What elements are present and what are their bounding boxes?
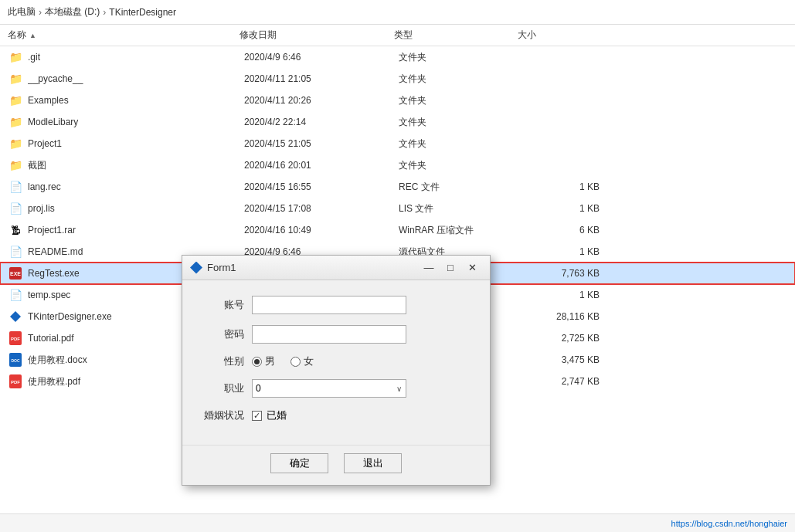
breadcrumb-sep-1: › xyxy=(39,7,42,18)
account-label: 账号 xyxy=(198,298,252,312)
file-type: WinRAR 压缩文件 xyxy=(399,224,522,237)
occupation-select-wrapper: 0 xyxy=(252,379,406,398)
pdf2-file-icon: PDF xyxy=(8,374,23,389)
folder-icon xyxy=(8,114,23,130)
file-type: 文件夹 xyxy=(399,116,522,129)
file-size: 28,116 KB xyxy=(522,311,600,322)
dialog-app-icon xyxy=(190,262,202,274)
status-bar: https://blog.csdn.net/honghaier xyxy=(0,513,795,532)
dialog-body: 账号 密码 性别 男 女 xyxy=(182,280,490,445)
password-label: 密码 xyxy=(198,327,252,341)
dialog-maximize-button[interactable]: □ xyxy=(440,260,460,276)
col-name-header[interactable]: 名称 ▲ xyxy=(8,29,240,42)
pdf-file-icon: PDF xyxy=(8,330,23,346)
breadcrumb-part-1[interactable]: 此电脑 xyxy=(8,5,36,19)
male-label: 男 xyxy=(265,354,275,368)
list-item[interactable]: Project1 2020/4/15 21:05 文件夹 xyxy=(0,133,795,154)
dialog-footer: 确定 退出 xyxy=(182,445,490,485)
breadcrumb-part-3[interactable]: TKinterDesigner xyxy=(109,7,176,18)
rar-file-icon xyxy=(8,222,23,238)
col-type-header[interactable]: 类型 xyxy=(394,29,518,42)
exe-file-icon: EXE xyxy=(8,266,23,281)
status-url: https://blog.csdn.net/honghaier xyxy=(671,519,787,528)
file-type: REC 文件 xyxy=(399,181,522,194)
gender-row: 性别 男 女 xyxy=(198,354,474,368)
breadcrumb-sep-2: › xyxy=(103,7,106,18)
marital-checkbox-group: ✓ 已婚 xyxy=(252,408,287,422)
file-type: 文件夹 xyxy=(399,51,522,64)
svg-text:EXE: EXE xyxy=(10,271,21,276)
file-name: Project1 xyxy=(28,138,244,149)
occupation-row: 职业 0 xyxy=(198,379,474,398)
sort-arrow-icon: ▲ xyxy=(29,32,36,39)
file-name: Examples xyxy=(28,95,244,106)
file-date: 2020/4/11 20:26 xyxy=(244,95,399,106)
col-date-header[interactable]: 修改日期 xyxy=(240,29,394,42)
account-row: 账号 xyxy=(198,296,474,314)
rec-file-icon xyxy=(8,179,23,195)
spec-file-icon xyxy=(8,287,23,303)
file-name: proj.lis xyxy=(28,203,244,214)
file-date: 2020/4/16 10:49 xyxy=(244,225,399,236)
md-file-icon xyxy=(8,244,23,259)
married-label: 已婚 xyxy=(267,408,287,422)
married-checkbox[interactable]: ✓ xyxy=(252,411,262,421)
form1-dialog[interactable]: Form1 — □ ✕ 账号 密码 性别 xyxy=(182,255,491,486)
dialog-title-left: Form1 xyxy=(190,262,236,274)
tkexe-file-icon xyxy=(8,309,23,324)
svg-marker-2 xyxy=(10,311,21,322)
list-item[interactable]: lang.rec 2020/4/15 16:55 REC 文件 1 KB xyxy=(0,176,795,198)
exit-button[interactable]: 退出 xyxy=(344,453,402,473)
list-item[interactable]: proj.lis 2020/4/15 17:08 LIS 文件 1 KB xyxy=(0,198,795,219)
svg-text:PDF: PDF xyxy=(11,380,20,385)
dialog-titlebar: Form1 — □ ✕ xyxy=(182,256,490,280)
breadcrumb[interactable]: 此电脑 › 本地磁盘 (D:) › TKinterDesigner xyxy=(0,0,795,25)
dialog-title-text: Form1 xyxy=(207,262,236,273)
list-item[interactable]: __pycache__ 2020/4/11 21:05 文件夹 xyxy=(0,68,795,90)
folder-icon xyxy=(8,136,23,151)
file-name: ModleLibary xyxy=(28,117,244,127)
svg-text:DOC: DOC xyxy=(11,358,20,363)
folder-icon xyxy=(8,93,23,108)
confirm-button[interactable]: 确定 xyxy=(270,453,328,473)
file-date: 2020/4/15 16:55 xyxy=(244,181,399,192)
folder-icon xyxy=(8,49,23,65)
gender-male-option[interactable]: 男 xyxy=(252,354,275,368)
file-date: 2020/4/16 20:01 xyxy=(244,160,399,171)
list-item[interactable]: 截图 2020/4/16 20:01 文件夹 xyxy=(0,154,795,176)
docx-file-icon: DOC xyxy=(8,352,23,368)
gender-female-option[interactable]: 女 xyxy=(290,354,314,368)
password-input[interactable] xyxy=(252,325,406,344)
male-radio-button[interactable] xyxy=(252,357,262,367)
file-type: 文件夹 xyxy=(399,159,522,172)
file-date: 2020/4/9 6:46 xyxy=(244,52,399,63)
file-type: LIS 文件 xyxy=(399,202,522,215)
file-type: 文件夹 xyxy=(399,94,522,107)
list-item[interactable]: ModleLibary 2020/4/2 22:14 文件夹 xyxy=(0,111,795,133)
occupation-select[interactable]: 0 xyxy=(252,379,406,398)
account-input[interactable] xyxy=(252,296,406,314)
col-size-header[interactable]: 大小 xyxy=(518,29,595,42)
file-size: 1 KB xyxy=(522,181,600,192)
file-size: 1 KB xyxy=(522,246,600,257)
file-size: 2,747 KB xyxy=(522,376,600,387)
lis-file-icon xyxy=(8,201,23,216)
marital-label: 婚姻状况 xyxy=(198,408,252,422)
occupation-label: 职业 xyxy=(198,381,252,395)
female-radio-button[interactable] xyxy=(290,357,301,367)
file-name: 截图 xyxy=(28,159,244,172)
breadcrumb-part-2[interactable]: 本地磁盘 (D:) xyxy=(45,5,100,19)
file-date: 2020/4/2 22:14 xyxy=(244,117,399,127)
svg-text:PDF: PDF xyxy=(11,337,20,341)
list-item[interactable]: Examples 2020/4/11 20:26 文件夹 xyxy=(0,90,795,111)
file-date: 2020/4/15 17:08 xyxy=(244,203,399,214)
dialog-close-button[interactable]: ✕ xyxy=(462,260,482,276)
file-name: lang.rec xyxy=(28,181,244,192)
list-item[interactable]: .git 2020/4/9 6:46 文件夹 xyxy=(0,46,795,68)
gender-label: 性别 xyxy=(198,354,252,368)
list-item[interactable]: Project1.rar 2020/4/16 10:49 WinRAR 压缩文件… xyxy=(0,219,795,241)
folder-icon xyxy=(8,158,23,173)
marital-row: 婚姻状况 ✓ 已婚 xyxy=(198,408,474,422)
dialog-minimize-button[interactable]: — xyxy=(419,260,439,276)
column-header-row: 名称 ▲ 修改日期 类型 大小 xyxy=(0,25,795,46)
